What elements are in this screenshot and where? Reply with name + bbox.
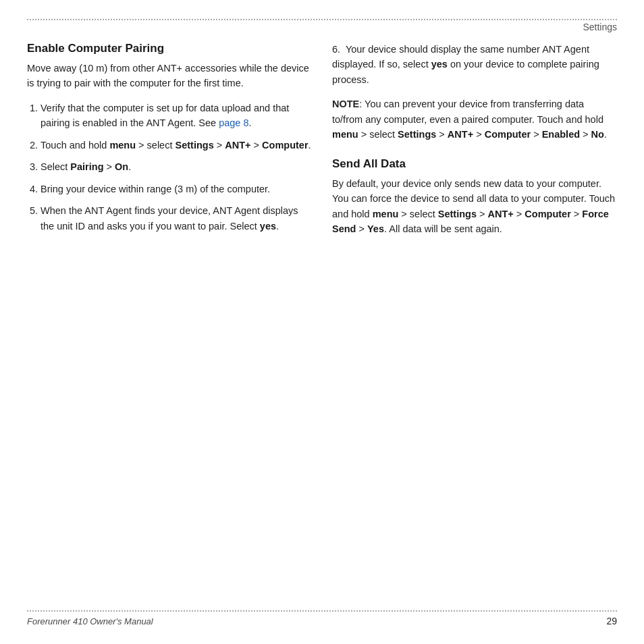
right-column: 6. Your device should display the same n… <box>332 42 617 246</box>
send-all-data-paragraph: By default, your device only sends new d… <box>332 176 617 237</box>
step-5: When the ANT Agent finds your device, AN… <box>41 203 312 234</box>
intro-paragraph: Move away (10 m) from other ANT+ accesso… <box>27 61 312 91</box>
footer-page-number: 29 <box>606 616 617 626</box>
step-4: Bring your device within range (3 m) of … <box>41 182 312 196</box>
header: Settings <box>27 20 617 32</box>
note-block: NOTE: You can prevent your device from t… <box>332 97 617 142</box>
step-6: 6. Your device should display the same n… <box>332 42 617 87</box>
page-container: Settings Enable Computer Pairing Move aw… <box>0 0 644 644</box>
step-2: Touch and hold menu > select Settings > … <box>41 138 312 153</box>
send-all-data-heading: Send All Data <box>332 157 617 171</box>
steps-list: Verify that the computer is set up for d… <box>41 101 312 234</box>
send-all-data-section: Send All Data By default, your device on… <box>332 157 617 237</box>
top-border <box>27 19 617 20</box>
two-col-layout: Enable Computer Pairing Move away (10 m)… <box>27 42 617 246</box>
left-column: Enable Computer Pairing Move away (10 m)… <box>27 42 312 246</box>
step-1: Verify that the computer is set up for d… <box>41 101 312 131</box>
footer-manual-name: Forerunner 410 Owner's Manual <box>27 616 153 626</box>
enable-computer-pairing-heading: Enable Computer Pairing <box>27 42 312 55</box>
header-title: Settings <box>583 22 617 32</box>
footer: Forerunner 410 Owner's Manual 29 <box>27 610 617 626</box>
page8-link[interactable]: page 8 <box>219 117 248 128</box>
step-3: Select Pairing > On. <box>41 159 312 174</box>
